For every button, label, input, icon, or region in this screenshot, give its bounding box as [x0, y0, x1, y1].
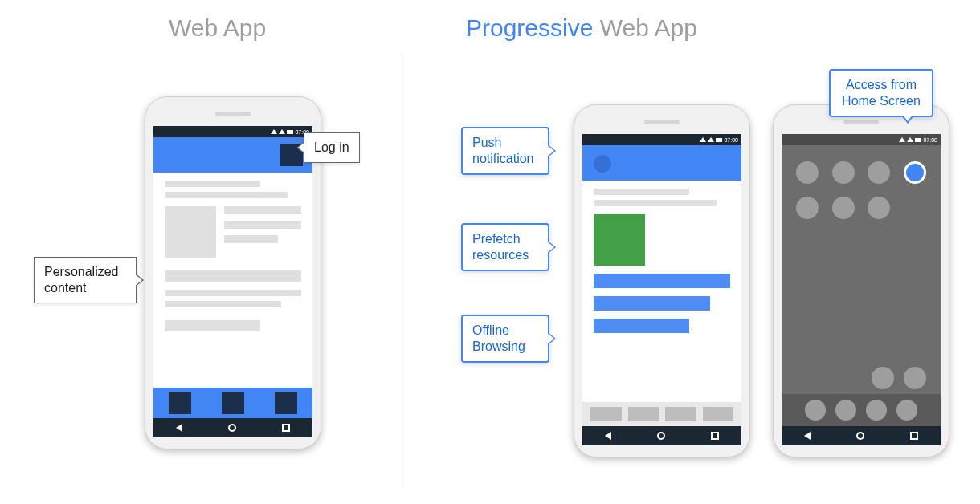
offline-content-bar [594, 296, 710, 311]
home-icon[interactable] [228, 424, 236, 432]
callout-text: Prefetch resources [472, 232, 529, 262]
battery-icon [287, 130, 293, 134]
battery-icon [716, 138, 722, 142]
heading-web-app: Web App [169, 14, 266, 42]
back-icon[interactable] [176, 424, 182, 432]
vertical-divider [402, 51, 402, 488]
app-header [582, 145, 741, 181]
phone-speaker [843, 120, 879, 124]
app-icon-grid [782, 145, 941, 394]
text-placeholder [224, 235, 278, 243]
heading-pwa: Progressive Web App [466, 14, 697, 42]
nav-item[interactable] [275, 392, 297, 414]
dock [782, 394, 941, 426]
app-icon[interactable] [872, 367, 894, 389]
home-screen: 07:00 [782, 134, 941, 445]
phone-screen: 07:00 [582, 134, 741, 445]
android-navbar [153, 418, 312, 437]
lower-icons [872, 367, 926, 389]
recents-icon[interactable] [711, 432, 719, 440]
text-placeholder [165, 192, 288, 198]
callout-text: Personalized content [44, 265, 119, 295]
signal-icon [899, 137, 905, 142]
wifi-icon [708, 137, 714, 142]
callout-personalized: Personalized content [34, 257, 137, 303]
signal-icon [700, 137, 706, 142]
status-clock: 07:00 [923, 137, 937, 143]
dock-icon[interactable] [835, 400, 856, 421]
app-icon[interactable] [796, 161, 819, 184]
tab-item[interactable] [628, 407, 659, 421]
wifi-icon [279, 129, 285, 134]
app-icon[interactable] [796, 197, 819, 219]
text-placeholder [594, 189, 689, 195]
push-notification-icon[interactable] [594, 155, 611, 173]
content-area [582, 181, 741, 402]
text-placeholder [165, 320, 260, 331]
phone-speaker [215, 112, 251, 116]
recents-icon[interactable] [282, 424, 290, 432]
status-bar: 07:00 [582, 134, 741, 145]
tab-item[interactable] [665, 407, 696, 421]
recents-icon[interactable] [910, 432, 918, 440]
diagram-canvas: Web App Progressive Web App 07:00 [0, 0, 980, 504]
app-icon[interactable] [832, 161, 855, 184]
callout-login: Log in [304, 132, 360, 163]
app-icon[interactable] [832, 197, 855, 219]
phone-pwa-app: 07:00 [574, 104, 750, 457]
tab-item[interactable] [590, 407, 622, 421]
app-icon[interactable] [868, 161, 890, 184]
home-icon[interactable] [856, 432, 864, 440]
status-bar: 07:00 [782, 134, 941, 145]
offline-content-bar [594, 274, 730, 288]
phone-home-screen: 07:00 [773, 104, 949, 457]
callout-text: Offline Browsing [472, 323, 525, 353]
text-placeholder [224, 206, 301, 214]
callout-text: Access from Home Screen [842, 78, 921, 108]
callout-prefetch: Prefetch resources [461, 223, 549, 271]
android-navbar [582, 426, 741, 445]
heading-pwa-accent: Progressive [466, 14, 593, 41]
tab-item[interactable] [703, 407, 734, 421]
dock-icon[interactable] [896, 400, 917, 421]
back-icon[interactable] [804, 432, 811, 440]
battery-icon [915, 138, 921, 142]
home-icon[interactable] [657, 432, 665, 440]
bottom-nav [153, 388, 312, 418]
text-placeholder [165, 301, 281, 307]
text-placeholder [165, 181, 260, 187]
app-header [153, 137, 312, 173]
image-placeholder [165, 206, 216, 258]
dock-icon[interactable] [805, 400, 826, 421]
phone-speaker [644, 120, 680, 124]
wifi-icon [907, 137, 913, 142]
text-placeholder [224, 221, 301, 229]
prefetched-resource-block [594, 214, 645, 266]
callout-offline: Offline Browsing [461, 315, 549, 363]
app-icon[interactable] [904, 367, 926, 389]
status-bar: 07:00 [153, 126, 312, 137]
android-navbar [782, 426, 941, 445]
phone-web-app: 07:00 [145, 96, 321, 449]
callout-push: Push notification [461, 127, 549, 175]
pwa-home-icon[interactable] [904, 161, 926, 184]
callout-text: Push notification [472, 136, 534, 165]
callout-home-screen: Access from Home Screen [829, 69, 933, 117]
back-icon[interactable] [605, 432, 611, 440]
text-placeholder [165, 270, 301, 282]
callout-text: Log in [314, 140, 349, 154]
text-placeholder [594, 200, 717, 206]
nav-item[interactable] [222, 392, 244, 414]
text-placeholder [165, 290, 301, 296]
signal-icon [271, 129, 277, 134]
content-area [153, 173, 312, 388]
dock-icon[interactable] [866, 400, 887, 421]
heading-pwa-suffix: Web App [593, 14, 697, 41]
phone-screen: 07:00 [153, 126, 312, 437]
tab-row [582, 402, 741, 426]
offline-content-bar [594, 319, 689, 333]
nav-item[interactable] [169, 392, 191, 414]
status-clock: 07:00 [724, 137, 738, 143]
app-icon[interactable] [868, 197, 890, 219]
